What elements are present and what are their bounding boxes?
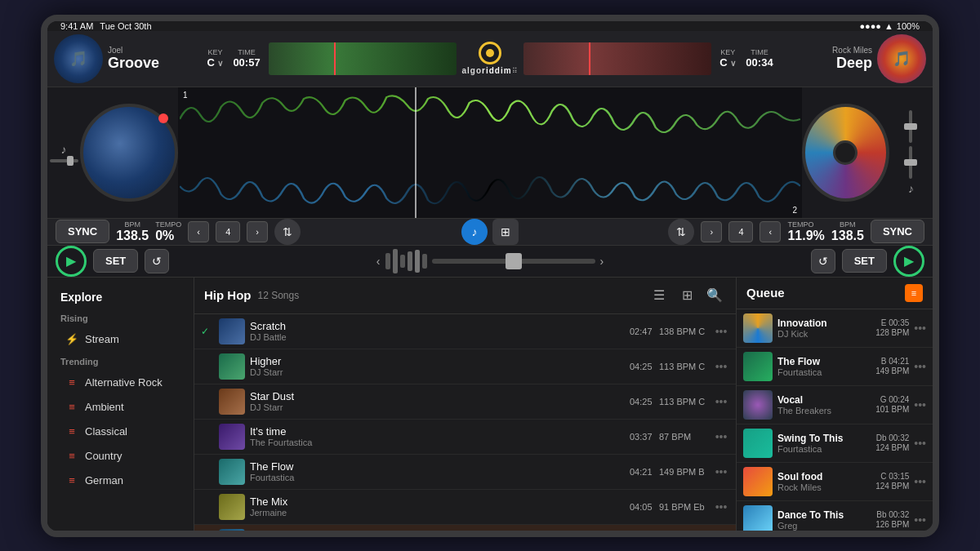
track-thumbnail xyxy=(219,353,245,380)
eq-bars xyxy=(385,249,427,273)
sidebar: Explore Rising ⚡ Stream Trending ≡ Alter… xyxy=(47,278,194,537)
queue-item-title: Dance To This xyxy=(777,509,871,521)
fader-right-v[interactable] xyxy=(909,110,912,143)
track-row[interactable]: Star Dust DJ Starr 04:25 113 BPM C ••• xyxy=(194,384,736,420)
track-more-btn[interactable]: ••• xyxy=(713,395,729,408)
arrow-right-prev[interactable]: ‹ xyxy=(760,221,781,242)
track-bpm: 113 BPM C xyxy=(659,397,708,407)
track-more-btn[interactable]: ••• xyxy=(713,360,729,373)
queue-item-artist: The Breakers xyxy=(777,406,871,415)
sidebar-item-country[interactable]: ≡ Country xyxy=(52,444,189,468)
queue-row[interactable]: Vocal The Breakers G 00:24 101 BPM ••• xyxy=(737,386,933,424)
fader-left[interactable] xyxy=(50,159,78,162)
controls-bar: SYNC BPM 138.5 TEMPO 0% ‹ 4 › ⇅ ♪ ⊞ SY xyxy=(47,218,933,246)
eq-left-icon[interactable]: ⇅ xyxy=(274,219,301,245)
queue-row[interactable]: Innovation DJ Kick E 00:35 128 BPM ••• xyxy=(737,309,933,348)
track-list: ✓ Scratch DJ Battle 02:47 138 BPM C ••• … xyxy=(194,314,736,537)
track-title: Higher xyxy=(250,355,625,367)
turntable-left-container: ♪ xyxy=(47,87,178,218)
queue-panel: Queue ≡ Innovation DJ Kick E 00:35 128 B… xyxy=(737,278,933,537)
crossfader-right-arrow[interactable]: › xyxy=(600,255,604,268)
deck-right: 🎵 Rock Miles Deep KEY C ∨ TIME 00:34 xyxy=(523,34,926,83)
list-view-btn[interactable]: ☰ xyxy=(648,284,670,307)
bpm-right-value: 138.5 xyxy=(831,229,864,243)
loop-right-btn[interactable]: 4 xyxy=(728,221,753,242)
track-row[interactable]: ✓ Scratch DJ Battle 02:47 138 BPM C ••• xyxy=(194,314,736,349)
queue-more-btn[interactable]: ••• xyxy=(914,437,926,450)
track-thumbnail xyxy=(219,424,245,450)
track-more-btn[interactable]: ••• xyxy=(713,430,729,443)
sidebar-item-ambient[interactable]: ≡ Ambient xyxy=(52,395,189,419)
queue-key: Db 00:32 xyxy=(876,433,910,442)
queue-more-btn[interactable]: ••• xyxy=(914,513,926,527)
sidebar-item-stream[interactable]: ⚡ Stream xyxy=(52,327,189,351)
sidebar-item-classical[interactable]: ≡ Classical xyxy=(52,420,189,443)
track-row[interactable]: The Mix Jermaine 04:05 91 BPM Eb ••• xyxy=(194,490,736,525)
controls-right: SYNC BPM 138.5 TEMPO 11.9% ‹ 4 › ⇅ xyxy=(519,219,924,245)
play-right-button[interactable]: ▶ xyxy=(893,246,924,277)
set-left-button[interactable]: SET xyxy=(93,249,138,273)
queue-list: Innovation DJ Kick E 00:35 128 BPM ••• T… xyxy=(737,309,933,537)
arrow-left-prev[interactable]: ‹ xyxy=(188,221,209,242)
deck-right-time-label: TIME xyxy=(746,48,773,56)
queue-key: E 00:35 xyxy=(881,318,909,327)
eq-right-icon[interactable]: ⇅ xyxy=(668,219,694,245)
track-duration: 04:21 xyxy=(630,467,654,477)
sidebar-item-alt-rock[interactable]: ≡ Alternative Rock xyxy=(52,371,189,394)
track-list-panel: Hip Hop 12 Songs ☰ ⊞ 🔍 ✓ Scratch DJ Batt… xyxy=(194,278,737,537)
queue-row[interactable]: Swing To This Fourtastica Db 00:32 124 B… xyxy=(737,424,933,463)
deck-left-time: 00:57 xyxy=(233,56,260,69)
grid-view-btn[interactable]: ⊞ xyxy=(675,284,698,307)
track-more-btn[interactable]: ••• xyxy=(713,535,729,537)
grid-icon[interactable]: ⊞ xyxy=(492,219,519,245)
slider-controls-right: ♪ xyxy=(889,110,933,195)
crossfader-left-arrow[interactable]: ‹ xyxy=(376,255,381,268)
set-right-button[interactable]: SET xyxy=(842,249,887,273)
turntable-left[interactable] xyxy=(80,104,178,202)
queue-row[interactable]: Soul food Rock Miles C 03:15 124 BPM ••• xyxy=(737,463,933,501)
deck-right-artist: Rock Miles xyxy=(778,46,872,55)
track-row[interactable]: It's time The Fourtastica 03:37 87 BPM •… xyxy=(194,420,736,455)
track-title: Groove xyxy=(250,531,625,537)
track-more-btn[interactable]: ••• xyxy=(713,465,729,478)
queue-row[interactable]: Dance To This Greg Bb 00:32 126 BPM ••• xyxy=(737,501,933,537)
crossfader[interactable] xyxy=(432,259,595,264)
queue-more-btn[interactable]: ••• xyxy=(914,360,926,373)
track-more-btn[interactable]: ••• xyxy=(713,325,729,338)
marker-1: 1 xyxy=(183,91,188,100)
queue-row[interactable]: The Flow Fourtastica B 04:21 149 BPM ••• xyxy=(737,348,933,386)
arrow-right-next[interactable]: › xyxy=(701,221,722,242)
track-duration: 04:25 xyxy=(630,362,654,371)
loop-left-btn[interactable]: 4 xyxy=(216,221,240,242)
track-row[interactable]: Higher DJ Starr 04:25 113 BPM C ••• xyxy=(194,349,736,384)
trending-german-icon: ≡ xyxy=(65,474,78,487)
track-more-btn[interactable]: ••• xyxy=(713,500,729,513)
track-title: It's time xyxy=(250,425,625,438)
track-info: The Mix Jermaine xyxy=(250,495,625,518)
crossfader-handle[interactable] xyxy=(506,253,522,269)
queue-more-btn[interactable]: ••• xyxy=(914,475,926,488)
track-row[interactable]: ♪ Groove Joel 02:47 138 BPM C ••• xyxy=(194,525,736,537)
sync-right-button[interactable]: SYNC xyxy=(871,220,924,243)
queue-meta: G 00:24 101 BPM xyxy=(875,395,909,414)
transport-right: ▶ SET ↺ xyxy=(707,246,924,277)
loop-left-arrow[interactable]: ↺ xyxy=(145,249,169,273)
middle-section: ♪ 1 2 xyxy=(47,87,933,218)
sidebar-item-german[interactable]: ≡ German xyxy=(52,469,189,492)
track-info: Star Dust DJ Starr xyxy=(250,390,625,412)
music-library-icon[interactable]: ♪ xyxy=(461,219,488,245)
track-row[interactable]: The Flow Fourtastica 04:21 149 BPM B ••• xyxy=(194,455,736,490)
turntable-right[interactable] xyxy=(802,104,889,202)
fader-right-v2[interactable] xyxy=(909,146,912,179)
sidebar-country-label: Country xyxy=(85,450,122,462)
arrow-left-next[interactable]: › xyxy=(247,221,268,242)
sync-left-button[interactable]: SYNC xyxy=(56,220,109,243)
loop-right-arrow[interactable]: ↺ xyxy=(811,249,835,273)
queue-key: B 04:21 xyxy=(881,357,909,366)
play-left-button[interactable]: ▶ xyxy=(56,246,87,277)
search-btn[interactable]: 🔍 xyxy=(703,284,726,307)
queue-more-btn[interactable]: ••• xyxy=(914,398,926,411)
track-artist: Fourtastica xyxy=(250,473,625,482)
queue-more-btn[interactable]: ••• xyxy=(914,322,926,335)
waveform-svg-top xyxy=(180,91,800,148)
